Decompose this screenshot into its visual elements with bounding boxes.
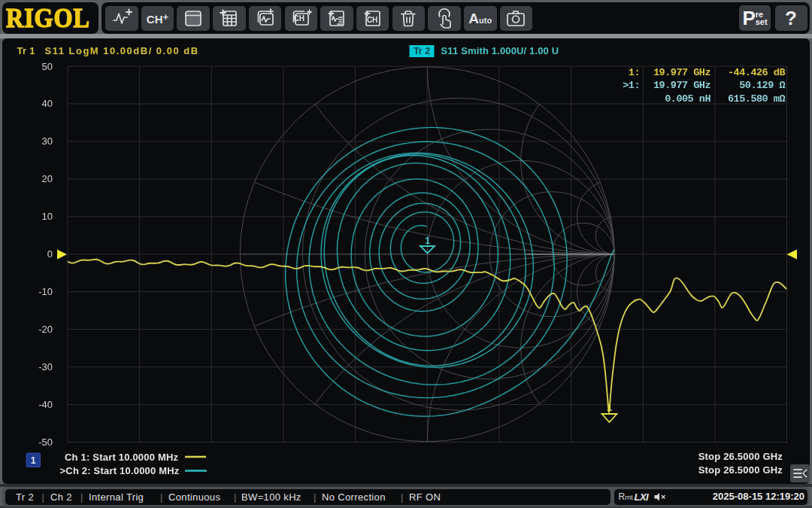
svg-text:S11 LogM 10.00dB/ 0.00 dB: S11 LogM 10.00dB/ 0.00 dB (45, 45, 199, 56)
svg-text:1: 1 (425, 235, 430, 246)
svg-text:19.977 GHz: 19.977 GHz (653, 80, 710, 91)
svg-text:-50: -50 (38, 437, 53, 448)
svg-text:615.580 mΩ: 615.580 mΩ (728, 93, 785, 105)
svg-text:30: 30 (42, 135, 53, 147)
svg-text:-40: -40 (38, 399, 53, 410)
svg-text:50.129 Ω: 50.129 Ω (739, 80, 785, 91)
svg-text:Tr 2: Tr 2 (414, 46, 430, 56)
svg-text:1:: 1: (629, 67, 640, 78)
svg-text:>1:: >1: (623, 80, 640, 91)
svg-text:1: 1 (607, 402, 612, 413)
svg-text:-10: -10 (38, 286, 53, 297)
svg-text:1: 1 (31, 455, 36, 466)
svg-text:50: 50 (42, 61, 53, 72)
svg-text:-44.426 dB: -44.426 dB (728, 67, 785, 78)
svg-text:40: 40 (42, 98, 53, 109)
svg-text:0: 0 (47, 248, 53, 260)
svg-text:Stop 26.5000 GHz: Stop 26.5000 GHz (698, 451, 783, 462)
svg-text:S11 Smith 1.000U/ 1.00 U: S11 Smith 1.000U/ 1.00 U (441, 45, 559, 56)
svg-text:19.977 GHz: 19.977 GHz (653, 67, 710, 78)
svg-text:Stop 26.5000 GHz: Stop 26.5000 GHz (698, 464, 783, 476)
svg-text:>Ch 2: Start 10.0000 MHz: >Ch 2: Start 10.0000 MHz (60, 465, 180, 476)
svg-text:0.005 nH: 0.005 nH (665, 93, 710, 105)
svg-text:Ch 1: Start 10.0000 MHz: Ch 1: Start 10.0000 MHz (65, 452, 179, 463)
svg-text:-30: -30 (38, 361, 53, 373)
svg-text:20: 20 (42, 173, 53, 184)
svg-text:Tr 1: Tr 1 (17, 45, 35, 56)
svg-text:10: 10 (42, 211, 53, 222)
svg-text:-20: -20 (38, 324, 53, 335)
